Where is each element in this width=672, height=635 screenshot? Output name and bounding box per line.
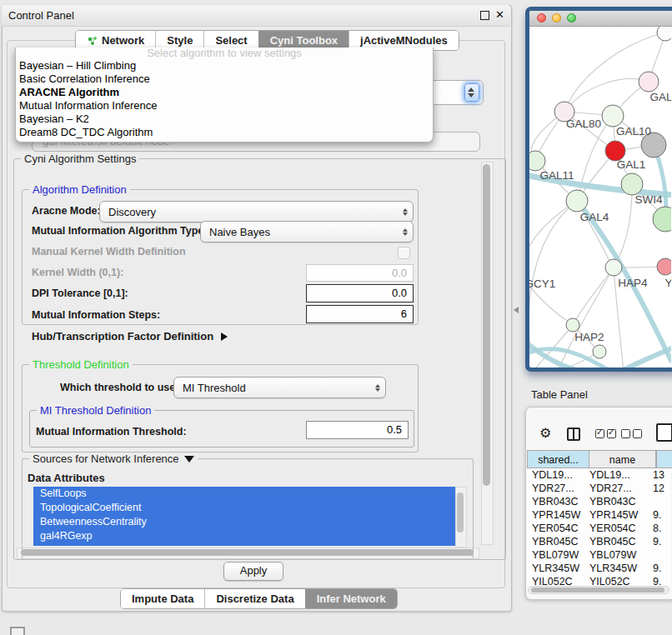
- attribute-item-selfloops[interactable]: SelfLoops: [33, 487, 455, 501]
- node-label-gal4: GAL4: [580, 211, 609, 223]
- column-header-shared-name[interactable]: shared...: [527, 450, 589, 468]
- network-node[interactable]: [621, 173, 643, 195]
- zoom-traffic-light-icon[interactable]: [567, 13, 576, 22]
- mi-steps-field[interactable]: 6: [306, 305, 414, 323]
- apply-button[interactable]: Apply: [223, 562, 283, 581]
- node-label-gal: GAL: [649, 91, 671, 103]
- table-cell: YER054C: [586, 522, 646, 535]
- tab-impute-data[interactable]: Impute Data: [121, 589, 204, 608]
- network-node[interactable]: [529, 151, 545, 171]
- tab-label: Infer Network: [317, 590, 386, 608]
- attributes-list-scrollbar[interactable]: [455, 487, 467, 548]
- tab-infer-network[interactable]: Infer Network: [305, 589, 397, 608]
- table-row[interactable]: YDL19...YDL19...13: [527, 468, 670, 482]
- mi-threshold-field[interactable]: 0.5: [306, 421, 409, 439]
- network-edge[interactable]: [574, 268, 614, 322]
- network-edge-highlighted[interactable]: [615, 348, 671, 368]
- uncheck-all-icon[interactable]: [621, 429, 630, 438]
- table-horizontal-scrollbar[interactable]: [528, 586, 669, 594]
- table-row[interactable]: YPR145WYPR145W9.: [527, 508, 670, 522]
- dropdown-item-bayesian-k2[interactable]: Bayesian – K2: [16, 112, 433, 126]
- table-row[interactable]: YBR045CYBR045C9.: [527, 535, 670, 548]
- node-label-hap4: HAP4: [618, 277, 648, 289]
- table-cell: YBL079W: [527, 548, 586, 562]
- table-row[interactable]: YLR345WYLR345W9.: [527, 562, 670, 575]
- table-row[interactable]: YER054CYER054C8.: [527, 522, 670, 535]
- table-row[interactable]: YIL052CYIL052C9.: [527, 575, 670, 586]
- table-cell: [646, 548, 670, 562]
- attribute-item-betweennesscentrality[interactable]: BetweennessCentrality: [33, 515, 455, 529]
- close-traffic-light-icon[interactable]: [537, 13, 546, 22]
- table-row[interactable]: YBL079WYBL079W: [527, 548, 670, 562]
- network-node[interactable]: [653, 207, 671, 232]
- attribute-item-gal4rgexp[interactable]: gal4RGexp: [33, 529, 455, 543]
- network-node[interactable]: [566, 190, 588, 212]
- combo-spinner-icon: [398, 228, 413, 236]
- check-all-icon[interactable]: [607, 429, 616, 438]
- check-all-icon[interactable]: [595, 429, 604, 438]
- table-cell: YBR045C: [586, 535, 646, 548]
- network-node[interactable]: [593, 345, 606, 358]
- network-node[interactable]: [566, 318, 579, 332]
- dropdown-item-aracne-algorithm[interactable]: ARACNE Algorithm: [16, 86, 433, 99]
- scrollbar-thumb[interactable]: [457, 492, 464, 532]
- close-icon[interactable]: ✕: [495, 8, 504, 21]
- settings-vertical-scrollbar[interactable]: [481, 162, 494, 545]
- network-node[interactable]: [657, 258, 671, 275]
- inference-algorithm-combo[interactable]: [430, 80, 484, 105]
- network-node[interactable]: [657, 27, 671, 41]
- node-label-hap2: HAP2: [574, 331, 604, 343]
- node-label-gal10: GAL10: [616, 125, 651, 138]
- table-cell: YBR045C: [527, 535, 586, 548]
- dropdown-item-basic-correlation-inference[interactable]: Basic Correlation Inference: [16, 72, 433, 86]
- manual-kernel-width-label: Manual Kernel Width Definition: [32, 246, 186, 258]
- column-header-name[interactable]: name: [589, 450, 656, 468]
- node-label-y: Y: [664, 277, 671, 289]
- kernel-width-label: Kernel Width (0,1):: [32, 267, 123, 278]
- attribute-item-topologicalcoefficient[interactable]: TopologicalCoefficient: [33, 501, 455, 515]
- combo-value: Discovery: [100, 206, 398, 218]
- dpi-tolerance-label: DPI Tolerance [0,1]:: [32, 288, 128, 299]
- panel-splitter-handle[interactable]: [514, 307, 519, 313]
- minimize-traffic-light-icon[interactable]: [552, 13, 561, 22]
- scrollbar-thumb[interactable]: [531, 588, 664, 592]
- mi-steps-label: Mutual Information Steps:: [32, 309, 160, 321]
- network-node[interactable]: [605, 259, 622, 276]
- gear-icon[interactable]: ⚙: [539, 425, 551, 441]
- mi-algorithm-type-combo[interactable]: Naive Bayes: [200, 221, 414, 242]
- column-header-clipped[interactable]: [656, 450, 672, 468]
- mi-algorithm-type-label: Mutual Information Algorithm Type:: [32, 225, 207, 237]
- threshold-definition-title: Threshold Definition: [29, 358, 133, 371]
- kernel-width-field[interactable]: 0.0: [306, 264, 414, 282]
- network-edge[interactable]: [529, 201, 577, 268]
- node-label-gcy1: GCY1: [529, 278, 555, 290]
- tab-discretize-data[interactable]: Discretize Data: [204, 589, 304, 608]
- combo-value: Naive Bayes: [201, 226, 398, 238]
- aracne-mode-combo[interactable]: Discovery: [99, 201, 414, 222]
- network-node[interactable]: [602, 105, 624, 127]
- manual-kernel-width-checkbox[interactable]: [398, 247, 410, 259]
- combo-spinner-icon[interactable]: [464, 83, 479, 102]
- dpi-tolerance-field[interactable]: 0.0: [306, 284, 414, 302]
- table-row[interactable]: YBR043CYBR043C: [527, 495, 670, 508]
- float-window-icon[interactable]: [480, 11, 489, 20]
- table-cell: 13: [646, 468, 670, 482]
- mi-threshold-definition-title: MI Threshold Definition: [37, 404, 154, 417]
- network-node[interactable]: [639, 72, 659, 92]
- network-view-window[interactable]: GALGAL80GAL10GAL1GAL11SWI4GAL4GCY1HAP4YH…: [525, 7, 672, 372]
- which-threshold-combo[interactable]: MI Threshold: [173, 377, 386, 398]
- which-threshold-label: Which threshold to use:: [60, 382, 178, 393]
- chevron-down-icon: [184, 456, 194, 462]
- dropdown-item-mutual-information-inference[interactable]: Mutual Information Inference: [16, 99, 433, 112]
- split-columns-icon[interactable]: [567, 428, 580, 441]
- table-panel-title: Table Panel: [531, 388, 588, 401]
- hub-transcription-factor-expander[interactable]: Hub/Transcription Factor Definition: [32, 330, 228, 342]
- table-row[interactable]: YDR27...YDR27...12: [527, 482, 670, 495]
- scrollbar-thumb[interactable]: [483, 164, 490, 486]
- dropdown-item-dream8-dc-tdc-algorithm[interactable]: Dream8 DC_TDC Algorithm: [16, 126, 433, 139]
- settings-group-title: Cyni Algorithm Settings: [21, 152, 139, 165]
- uncheck-all-icon[interactable]: [633, 429, 642, 438]
- document-icon[interactable]: [656, 423, 672, 442]
- dropdown-item-bayesian-hill-climbing[interactable]: Bayesian – Hill Climbing: [16, 59, 433, 72]
- network-canvas[interactable]: GALGAL80GAL10GAL1GAL11SWI4GAL4GCY1HAP4YH…: [529, 27, 671, 368]
